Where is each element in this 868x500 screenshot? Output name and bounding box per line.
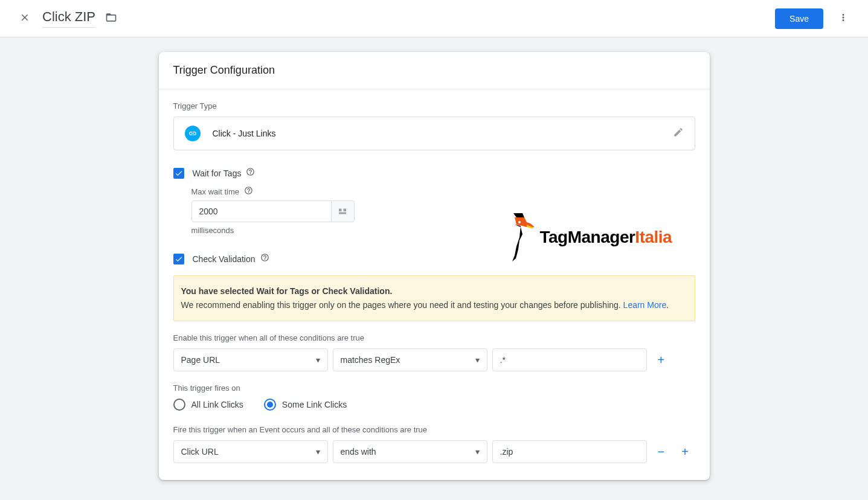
help-icon[interactable] (260, 253, 269, 264)
fire-condition-row: Click URL▾ ends with▾ − + (173, 440, 695, 463)
check-validation-checkbox[interactable] (173, 254, 184, 264)
trigger-type-label: Trigger Type (173, 101, 695, 111)
radio-some-link-clicks[interactable]: Some Link Clicks (264, 399, 347, 411)
help-icon[interactable] (244, 186, 253, 197)
card-title: Trigger Configuration (159, 52, 710, 89)
svg-rect-1 (344, 209, 347, 212)
fire-cond-label: Fire this trigger when an Event occurs a… (173, 425, 695, 434)
wait-for-tags-label: Wait for Tags (193, 168, 242, 178)
wait-for-tags-checkbox[interactable] (173, 168, 184, 179)
variable-select[interactable]: Click URL▾ (173, 440, 328, 463)
fires-on-label: This trigger fires on (173, 383, 695, 393)
condition-value-input[interactable] (492, 348, 647, 371)
enable-condition-row: Page URL▾ matches RegEx▾ + (173, 348, 695, 371)
trigger-config-card: Trigger Configuration Trigger Type Click… (159, 52, 710, 480)
fires-on-radio-group: All Link Clicks Some Link Clicks (173, 399, 695, 411)
learn-more-link[interactable]: Learn More (623, 300, 667, 310)
help-icon[interactable] (246, 167, 255, 179)
close-icon[interactable] (14, 7, 35, 30)
link-icon (185, 126, 201, 141)
add-condition-icon[interactable]: + (675, 445, 695, 459)
max-wait-label: Max wait time (191, 186, 695, 197)
condition-value-input[interactable] (492, 440, 647, 463)
folder-icon[interactable] (105, 11, 117, 26)
variable-picker-icon[interactable] (332, 200, 355, 222)
operator-select[interactable]: ends with▾ (333, 440, 487, 463)
page-title[interactable]: Click ZIP (42, 9, 95, 28)
save-button[interactable]: Save (775, 8, 823, 29)
operator-select[interactable]: matches RegEx▾ (333, 348, 487, 371)
remove-condition-icon[interactable]: − (652, 445, 671, 459)
brand-logo: TagManagerItalia (501, 210, 695, 264)
add-condition-icon[interactable]: + (652, 353, 671, 367)
radio-all-link-clicks[interactable]: All Link Clicks (173, 399, 243, 411)
trigger-type-value: Click - Just Links (213, 129, 276, 138)
warning-box: You have selected Wait for Tags or Check… (173, 275, 695, 321)
more-icon[interactable] (833, 7, 854, 30)
svg-rect-0 (339, 209, 342, 212)
max-wait-input[interactable] (191, 200, 332, 222)
enable-cond-label: Enable this trigger when all of these co… (173, 333, 695, 342)
variable-select[interactable]: Page URL▾ (173, 348, 328, 371)
top-bar: Click ZIP Save (0, 0, 868, 37)
wait-for-tags-row: Wait for Tags (173, 167, 695, 179)
check-validation-label: Check Validation (193, 254, 256, 264)
svg-rect-2 (339, 213, 346, 214)
svg-point-3 (518, 221, 521, 223)
edit-icon[interactable] (673, 127, 684, 140)
trigger-type-selector[interactable]: Click - Just Links (173, 117, 695, 150)
